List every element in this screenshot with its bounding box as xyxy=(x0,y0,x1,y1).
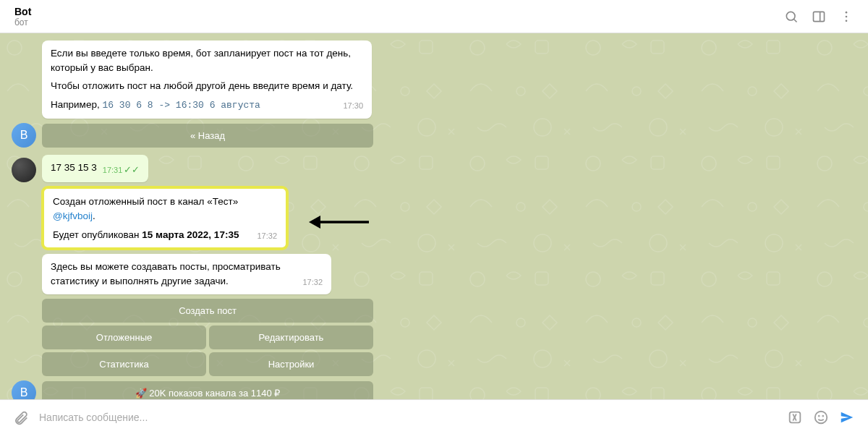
chat-subtitle: бот xyxy=(14,17,31,27)
message-row: 17 35 15 3 17:31 ✓✓ xyxy=(12,155,856,183)
message-text: Будет опубликован xyxy=(53,229,142,240)
channel-mention[interactable]: @kjfvboij xyxy=(53,210,93,221)
bot-avatar[interactable]: B xyxy=(12,380,36,399)
message-row: B 🚀 20K показов канала за 1140 ₽ xyxy=(12,380,856,399)
svg-point-0 xyxy=(786,12,795,20)
attach-icon[interactable] xyxy=(13,409,29,425)
bot-commands-icon[interactable] xyxy=(787,409,803,425)
svg-point-18 xyxy=(822,415,823,416)
inline-button-promo[interactable]: 🚀 20K показов канала за 1140 ₽ xyxy=(42,381,373,399)
message-time: 17:32 xyxy=(302,277,323,289)
message-row: Если вы введете только время, бот заплан… xyxy=(12,41,856,119)
chat-title-block[interactable]: Bot бот xyxy=(14,6,31,27)
chat-title: Bot xyxy=(14,6,31,17)
message-input-bar xyxy=(0,399,868,434)
message-time: 17:30 xyxy=(343,101,363,112)
bot-message-bubble-highlighted[interactable]: Создан отложенный пост в канал «Тест» @k… xyxy=(42,187,288,250)
svg-point-5 xyxy=(846,15,848,17)
search-icon[interactable] xyxy=(784,9,799,24)
message-bold-date: 15 марта 2022, 17:35 xyxy=(142,229,239,240)
inline-button-create-post[interactable]: Создать пост xyxy=(42,299,373,323)
inline-keyboard: Создать пост Отложенные Редактировать Ст… xyxy=(42,299,373,376)
more-icon[interactable] xyxy=(839,9,854,24)
message-input[interactable] xyxy=(39,412,777,423)
bot-message-bubble[interactable]: Здесь вы можете создавать посты, просмат… xyxy=(42,254,331,294)
send-icon[interactable] xyxy=(839,409,855,425)
inline-button-back[interactable]: « Назад xyxy=(42,124,373,148)
emoji-icon[interactable] xyxy=(813,409,829,425)
svg-point-16 xyxy=(815,411,827,423)
inline-button-settings[interactable]: Настройки xyxy=(209,352,373,376)
inline-button-stats[interactable]: Статистика xyxy=(42,352,206,376)
svg-point-6 xyxy=(846,20,848,22)
message-text: 17 35 15 3 xyxy=(51,162,97,173)
message-row: B « Назад xyxy=(12,123,856,148)
user-avatar[interactable] xyxy=(12,158,36,182)
message-row: Здесь вы можете создавать посты, просмат… xyxy=(12,254,856,294)
message-text: Чтобы отложить пост на любой другой день… xyxy=(51,80,353,91)
message-text: Если вы введете только время, бот заплан… xyxy=(51,48,351,73)
chat-header: Bot бот xyxy=(0,0,868,33)
message-time: 17:32 xyxy=(257,231,277,242)
inline-button-edit[interactable]: Редактировать xyxy=(209,326,373,349)
svg-line-1 xyxy=(794,19,797,22)
bot-avatar[interactable]: B xyxy=(12,123,36,148)
read-checks-icon: ✓✓ xyxy=(124,163,140,177)
chat-area: Если вы введете только время, бот заплан… xyxy=(0,33,868,399)
user-message-bubble[interactable]: 17 35 15 3 17:31 ✓✓ xyxy=(42,155,148,183)
message-row: Создан отложенный пост в канал «Тест» @k… xyxy=(12,187,856,250)
svg-point-17 xyxy=(819,415,820,416)
inline-button-delayed[interactable]: Отложенные xyxy=(42,326,206,349)
message-time: 17:31 ✓✓ xyxy=(103,163,140,177)
bot-message-bubble[interactable]: Если вы введете только время, бот заплан… xyxy=(42,41,372,119)
svg-point-4 xyxy=(846,11,848,13)
message-text: Например, xyxy=(51,99,102,110)
svg-rect-2 xyxy=(814,12,825,21)
code-example: 16 30 6 8 -> 16:30 6 августа xyxy=(102,100,260,111)
message-text: Создан отложенный пост в канал «Тест» xyxy=(53,196,238,207)
message-text: . xyxy=(93,210,95,221)
message-text: Здесь вы можете создавать посты, просмат… xyxy=(51,261,281,286)
sidebar-toggle-icon[interactable] xyxy=(812,9,826,24)
